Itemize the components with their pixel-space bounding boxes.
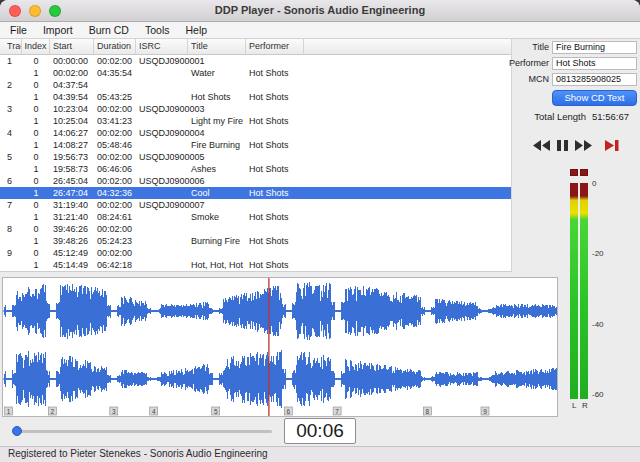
zoom-window-button[interactable] (49, 5, 61, 17)
cell-start: 04:39:54 (50, 91, 94, 103)
menu-import[interactable]: Import (35, 22, 81, 38)
cell-title: Water (188, 67, 246, 79)
table-row[interactable]: 119:58:7306:46:06AshesHot Shots (0, 163, 511, 175)
time-display: 00:06 (284, 418, 356, 444)
rewind-button[interactable] (533, 137, 550, 155)
table-row[interactable]: 6026:45:0400:02:00USQDJ0900006 (0, 175, 511, 187)
cell-filler (304, 235, 511, 247)
table-row[interactable]: 4014:06:2700:02:00USQDJ0900004 (0, 127, 511, 139)
track-marker-number: 4 (152, 408, 156, 415)
cell-track (0, 115, 22, 127)
waveform-display[interactable]: 123456789 (2, 277, 558, 417)
title-field[interactable]: Fire Burning (552, 41, 637, 54)
cell-duration: 00:02:00 (94, 103, 136, 115)
cell-index: 0 (22, 127, 50, 139)
cell-isrc (136, 211, 188, 223)
cell-start: 45:14:49 (50, 259, 94, 271)
menu-help[interactable]: Help (177, 22, 215, 38)
table-row[interactable]: 145:14:4906:42:18Hot, Hot, HotHot Shots (0, 259, 511, 271)
cell-track: 1 (0, 55, 22, 67)
table-row[interactable]: 104:39:5405:43:25Hot ShotsHot Shots (0, 91, 511, 103)
cell-start: 26:47:04 (50, 187, 94, 199)
mcn-field[interactable]: 0813285908025 (552, 73, 637, 86)
cell-index: 1 (22, 187, 50, 199)
cell-title: Fire Burning (188, 139, 246, 151)
cell-track (0, 235, 22, 247)
track-marker-number: 2 (50, 408, 54, 415)
cell-title: Smoke (188, 211, 246, 223)
fast-forward-button[interactable] (575, 137, 592, 155)
cell-title: Hot Shots (188, 91, 246, 103)
cell-duration: 00:02:00 (94, 247, 136, 259)
cell-performer (246, 79, 304, 91)
cell-duration: 05:24:23 (94, 235, 136, 247)
cell-isrc: USQDJ0900003 (136, 103, 188, 115)
cell-duration (94, 79, 136, 91)
cell-duration: 00:02:00 (94, 151, 136, 163)
cell-isrc: USQDJ0900005 (136, 151, 188, 163)
table-body: 1000:00:0000:02:00USQDJ0900001100:02:000… (0, 55, 511, 271)
cell-isrc (136, 247, 188, 259)
minimize-window-button[interactable] (29, 5, 41, 17)
table-row[interactable]: 114:08:2705:48:46Fire BurningHot Shots (0, 139, 511, 151)
track-marker-number: 3 (112, 408, 116, 415)
menu-file[interactable]: File (2, 22, 35, 38)
table-row[interactable]: 110:25:0403:41:23Light my FireHot Shots (0, 115, 511, 127)
cell-performer: Hot Shots (246, 235, 304, 247)
cell-isrc: USQDJ0900001 (136, 55, 188, 67)
cell-duration: 06:46:06 (94, 163, 136, 175)
pause-button[interactable] (557, 137, 568, 155)
table-row[interactable]: 2004:37:54 (0, 79, 511, 91)
cell-isrc (136, 67, 188, 79)
table-row[interactable]: 139:48:2605:24:23Burning FireHot Shots (0, 235, 511, 247)
cell-isrc: USQDJ0900007 (136, 199, 188, 211)
cell-index: 0 (22, 247, 50, 259)
rewind-icon (533, 140, 550, 151)
table-row[interactable]: 5019:56:7300:02:00USQDJ0900005 (0, 151, 511, 163)
cell-performer (246, 151, 304, 163)
zoom-slider[interactable] (12, 430, 272, 433)
zoom-slider-thumb[interactable] (12, 426, 22, 436)
cell-duration: 00:02:00 (94, 127, 136, 139)
fast-forward-icon (575, 140, 592, 151)
table-row[interactable]: 131:21:4008:24:61SmokeHot Shots (0, 211, 511, 223)
skip-to-end-button[interactable] (605, 137, 619, 155)
meter-scale-label: -60 (592, 390, 604, 399)
cell-duration: 04:32:36 (94, 187, 136, 199)
table-row[interactable]: 100:02:0004:35:54WaterHot Shots (0, 67, 511, 79)
cell-title (188, 79, 246, 91)
cell-start: 00:00:00 (50, 55, 94, 67)
cell-isrc (136, 259, 188, 271)
cell-isrc (136, 139, 188, 151)
track-marker-number: 5 (214, 408, 218, 415)
close-window-button[interactable] (9, 5, 21, 17)
pause-icon (557, 140, 568, 151)
waveform-right-channel (4, 350, 556, 407)
show-cd-text-button[interactable]: Show CD Text (552, 90, 637, 106)
meter-scale-label: 0 (592, 179, 596, 188)
cell-track: 4 (0, 127, 22, 139)
table-row[interactable]: 3010:23:0400:02:00USQDJ0900003 (0, 103, 511, 115)
table-row[interactable]: 9045:12:4900:02:00 (0, 247, 511, 259)
cell-start: 31:19:40 (50, 199, 94, 211)
track-marker-number: 8 (426, 408, 430, 415)
cell-isrc: USQDJ0900006 (136, 175, 188, 187)
cell-isrc (136, 79, 188, 91)
cell-title (188, 103, 246, 115)
column-header-track: Track (0, 39, 22, 54)
cell-filler (304, 115, 511, 127)
table-row[interactable]: 7031:19:4000:02:00USQDJ0900007 (0, 199, 511, 211)
column-header-filler (304, 39, 511, 54)
table-row[interactable]: 126:47:0404:32:36CoolHot Shots (0, 187, 511, 199)
cell-duration: 00:02:00 (94, 223, 136, 235)
performer-field[interactable]: Hot Shots (552, 57, 637, 70)
menu-tools[interactable]: Tools (137, 22, 178, 38)
table-row[interactable]: 1000:00:0000:02:00USQDJ0900001 (0, 55, 511, 67)
cell-performer: Hot Shots (246, 115, 304, 127)
table-row[interactable]: 8039:46:2600:02:00 (0, 223, 511, 235)
meter-channel-label-right: R (582, 401, 588, 410)
cell-filler (304, 211, 511, 223)
cell-filler (304, 259, 511, 271)
menu-burn-cd[interactable]: Burn CD (81, 22, 137, 38)
cell-index: 0 (22, 55, 50, 67)
